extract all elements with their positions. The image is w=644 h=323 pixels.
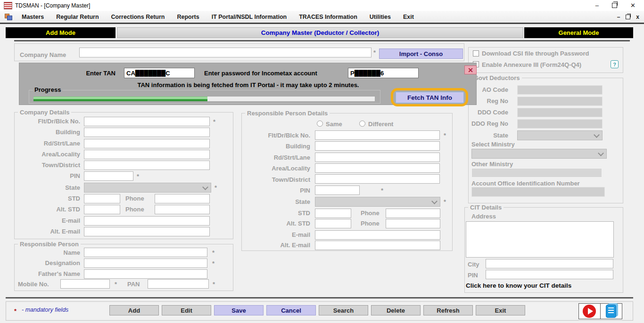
general-mode-banner: General Mode [524,27,633,38]
cd-phone-input[interactable] [155,194,210,203]
chevron-down-icon [431,198,438,204]
import-conso-button[interactable]: Import - Conso [379,48,463,59]
password-input[interactable] [348,68,419,78]
dialog-close-icon[interactable]: ✕ [464,65,477,74]
cd-email-label: E-mail [16,217,80,224]
progress-group: Progress [29,90,380,104]
video-button[interactable] [579,304,601,319]
edit-button[interactable]: Edit [162,305,211,315]
minimize-icon[interactable]: – [595,2,599,8]
rpd-flt-input[interactable] [315,130,440,140]
fetch-tan-dialog: Enter TAN Enter password for Incometax a… [19,63,477,105]
company-name-input[interactable] [79,48,372,57]
govt-state-label: State [461,132,508,139]
mandatory-asterisk: * [14,307,17,315]
mdi-restore-icon[interactable] [626,15,630,19]
rpd-alt-std-label: Alt. STD [245,220,310,227]
cancel-button[interactable]: Cancel [266,305,316,315]
help-icon[interactable]: ? [611,60,619,68]
rp-mobile-mandatory-mark: * [115,281,117,288]
ddo-code-input [517,108,603,117]
cd-alt-std-input[interactable] [84,205,120,214]
other-ministry-input [471,168,602,178]
delete-button[interactable]: Delete [371,305,421,315]
rpd-town-label: Town/District [245,176,310,183]
rpd-building-input[interactable] [315,141,440,151]
cd-alt-email-input[interactable] [84,227,210,236]
rp-designation-label: Designation [16,259,80,266]
rpd-road-input[interactable] [315,153,440,162]
exit-button[interactable]: Exit [476,305,525,315]
reg-no-input [517,97,603,106]
rp-details-title: Responsible Person Details [245,110,330,117]
rpd-area-input[interactable] [315,163,440,173]
rpd-state-combo[interactable] [315,197,440,207]
rpd-std-input[interactable] [315,209,351,218]
same-radio[interactable] [317,121,323,127]
restore-icon[interactable] [612,3,617,8]
cd-building-input[interactable] [84,128,210,137]
menu-regular-return[interactable]: Regular Return [56,14,99,20]
cd-email-input[interactable] [84,216,210,226]
rpd-building-label: Building [245,143,310,150]
rp-pan-label: PAN [127,281,140,288]
rp-pan-input[interactable] [148,279,209,289]
rpd-pin-input[interactable] [315,186,360,195]
fetch-tan-info-button[interactable]: Fetch TAN Info [396,92,464,103]
different-radio-label[interactable]: Different [368,121,393,128]
menu-utilities[interactable]: Utilities [370,14,391,20]
cd-area-input[interactable] [84,150,210,159]
cit-know-details-link[interactable]: Click here to know your CIT details [466,282,571,289]
rp-name-input[interactable] [84,248,207,257]
same-radio-label[interactable]: Same [326,121,342,128]
search-button[interactable]: Search [319,305,368,315]
cd-phone-label: Phone [125,195,144,202]
rpd-town-input[interactable] [315,174,440,184]
cd-flt-input[interactable] [84,117,210,126]
cd-state-combo[interactable] [84,183,211,193]
rpd-pin-mandatory-mark: * [381,187,383,194]
ddo-code-label: DDO Code [461,109,508,116]
rpd-phone-input[interactable] [386,209,440,218]
different-radio[interactable] [359,121,365,127]
save-button[interactable]: Save [214,305,264,315]
close-icon[interactable]: ✕ [630,2,636,8]
add-button[interactable]: Add [109,305,159,315]
rpd-pin-label: PIN [245,187,310,194]
ddo-reg-no-label: DDO Reg No [461,120,508,127]
rp-mobile-input[interactable] [60,279,110,289]
menu-corrections-return[interactable]: Corrections Return [111,14,165,20]
menu-traces[interactable]: TRACES Information [299,14,357,20]
cit-pin-input[interactable] [486,270,613,279]
cd-road-input[interactable] [84,139,210,148]
download-csi-checkbox[interactable] [473,50,479,57]
rp-fathers-name-label: Father's Name [16,270,80,277]
cd-town-label: Town/District [16,162,80,169]
fetch-status-text: TAN information is being fetched from IT… [19,81,477,89]
menu-it-portal-nsdl[interactable]: IT Portal/NSDL Information [212,14,287,20]
govt-state-combo [517,130,603,140]
cit-city-input[interactable] [486,259,613,268]
cd-town-input[interactable] [84,161,210,170]
rp-name-mandatory-mark: * [212,249,215,256]
notes-button[interactable] [601,304,622,319]
menu-masters[interactable]: Masters [22,14,44,20]
app-window: TDSMAN - [Company Master] – ✕ Masters Re… [0,0,644,323]
cd-std-input[interactable] [84,194,120,203]
cd-alt-phone-input[interactable] [155,205,210,214]
cd-pin-input[interactable] [84,171,133,181]
mdi-minimize-icon[interactable]: – [617,14,620,20]
menu-exit[interactable]: Exit [403,14,414,20]
rp-fathers-name-input[interactable] [84,269,207,279]
tan-input[interactable] [124,68,195,78]
mdi-close-icon[interactable]: x [636,14,639,20]
rpd-email-input[interactable] [315,230,440,240]
menu-reports[interactable]: Reports [177,14,199,20]
rpd-alt-email-input[interactable] [315,241,440,250]
rpd-alt-phone-input[interactable] [386,219,440,228]
rp-designation-input[interactable] [84,258,207,268]
rpd-alt-std-input[interactable] [315,219,351,228]
refresh-button[interactable]: Refresh [423,305,473,315]
cit-address-textarea[interactable] [466,221,614,258]
ao-code-input [517,85,603,95]
